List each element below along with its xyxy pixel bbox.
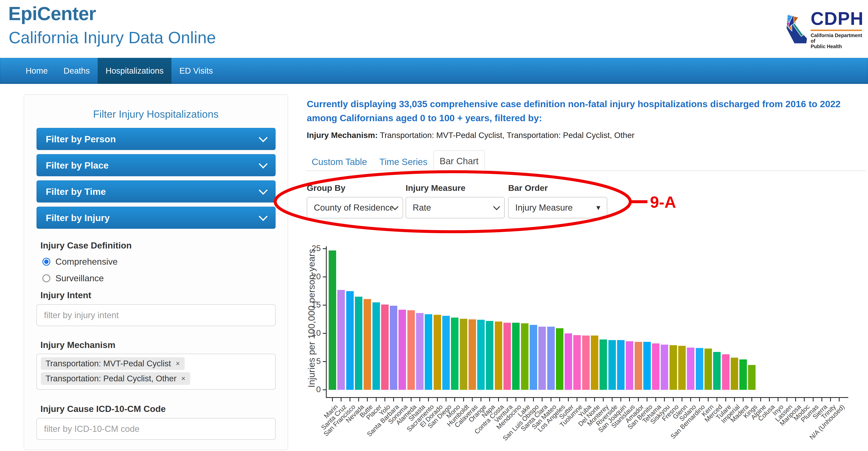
injury-intent-input[interactable] xyxy=(36,304,276,326)
x-tick-mark xyxy=(463,398,464,401)
logo-rule xyxy=(811,30,862,31)
x-tick-mark xyxy=(839,398,840,401)
y-tick-label: 20 xyxy=(299,272,321,281)
y-tick-label: 15 xyxy=(299,300,321,309)
x-tick-mark xyxy=(699,398,700,401)
accordion-filter-by-time[interactable]: Filter by Time xyxy=(36,180,276,203)
accordion-label: Filter by Person xyxy=(46,133,116,145)
x-tick-mark xyxy=(358,398,359,401)
remove-tag-icon[interactable]: × xyxy=(181,375,185,382)
x-tick-mark xyxy=(411,398,411,401)
x-tick-mark xyxy=(673,398,674,401)
radio-selected-icon[interactable] xyxy=(42,258,50,266)
nav-item-ed-visits[interactable]: ED Visits xyxy=(172,58,221,84)
y-tick-mark xyxy=(323,333,326,334)
chevron-down-icon xyxy=(259,212,268,221)
bar-yolo xyxy=(381,305,389,390)
bar-los-angeles xyxy=(556,328,563,390)
injury-measure-label: Injury Measure xyxy=(406,183,466,193)
bar-tuolumne xyxy=(573,335,581,390)
bar-solano xyxy=(687,348,694,390)
bar-san-diego xyxy=(442,316,450,390)
tab-custom-table[interactable]: Custom Table xyxy=(310,153,369,171)
bar-order-select[interactable]: Injury Measure▼ xyxy=(508,197,607,218)
chevron-down-icon xyxy=(259,186,268,194)
radio-unselected-icon[interactable] xyxy=(42,274,50,282)
x-tick-mark xyxy=(559,398,560,401)
accordion-filter-by-place[interactable]: Filter by Place xyxy=(36,154,276,176)
bar-butte xyxy=(364,299,371,390)
app-title: EpiCenter xyxy=(8,3,96,25)
nav-item-deaths[interactable]: Deaths xyxy=(56,58,98,84)
x-tick-mark xyxy=(507,398,507,401)
filter-tag-transportation-pedal-cyclist-other: Transportation: Pedal Cyclist, Other× xyxy=(41,372,190,385)
x-tick-mark xyxy=(454,398,455,401)
x-tick-mark xyxy=(716,398,717,401)
x-tick-mark xyxy=(734,398,735,401)
group-by-select[interactable]: County of Residence xyxy=(307,197,403,218)
x-tick-mark xyxy=(341,398,341,401)
bar-santa-barbara xyxy=(390,306,397,390)
nav-item-hospitalizations[interactable]: Hospitalizations xyxy=(98,58,172,84)
california-state-icon xyxy=(785,9,808,49)
bar-calaveras xyxy=(468,319,476,390)
injury-measure-select[interactable]: Rate xyxy=(406,197,505,218)
x-axis-spine xyxy=(326,397,848,398)
dropdown-triangle-icon: ▼ xyxy=(595,204,602,212)
x-tick-mark xyxy=(786,398,787,401)
x-tick-mark xyxy=(620,398,621,401)
x-tick-mark xyxy=(638,398,639,401)
radio-comprehensive[interactable]: Comprehensive xyxy=(42,257,118,267)
active-filter-line: Injury Mechanism: Transportation: MVT-Pe… xyxy=(307,131,857,140)
x-tick-mark xyxy=(629,398,630,401)
bar-contra-costa xyxy=(495,322,502,390)
nav-item-home[interactable]: Home xyxy=(18,58,56,84)
bar-san-joaquin xyxy=(617,340,625,390)
annotation-label: 9-A xyxy=(650,193,676,211)
active-filter-label: Injury Mechanism: xyxy=(307,131,378,140)
x-tick-mark xyxy=(682,398,682,401)
accordion-filter-by-injury[interactable]: Filter by Injury xyxy=(36,207,276,229)
bar-sutter xyxy=(565,333,572,390)
x-tick-mark xyxy=(472,398,473,401)
bar-riverside xyxy=(609,340,616,390)
accordion-label: Filter by Place xyxy=(46,160,109,171)
y-tick-label: 10 xyxy=(299,328,321,338)
accordion-label: Filter by Time xyxy=(46,186,106,197)
bar-san-luis-obispo xyxy=(530,325,537,390)
bar-sacramento xyxy=(425,314,432,390)
y-tick-mark xyxy=(323,276,326,277)
x-tick-mark xyxy=(795,398,796,401)
injury-mechanism-multiselect[interactable]: Transportation: MVT-Pedal Cyclist×Transp… xyxy=(36,354,276,390)
y-axis-spine xyxy=(326,246,327,398)
icd-code-input[interactable] xyxy=(36,418,276,440)
icd-code-label: Injury Cause ICD-10-CM Code xyxy=(40,404,166,414)
app-subtitle: California Injury Data Online xyxy=(9,28,216,47)
bar-glenn xyxy=(678,346,686,390)
tab-time-series[interactable]: Time Series xyxy=(377,153,430,171)
bar-lake xyxy=(521,323,528,390)
bar-imperial xyxy=(731,358,738,390)
bar-san-francisco xyxy=(346,291,354,390)
y-tick-mark xyxy=(323,389,326,390)
x-tick-mark xyxy=(743,398,744,401)
selected-value: Rate xyxy=(413,203,431,213)
bar-marin xyxy=(329,250,336,390)
group-by-label: Group By xyxy=(307,183,345,193)
accordion-filter-by-person[interactable]: Filter by Person xyxy=(36,128,276,150)
x-tick-mark xyxy=(446,398,446,401)
bar-sonoma xyxy=(399,310,406,390)
bar-del-norte xyxy=(591,335,598,390)
bar-santa-cruz xyxy=(337,290,345,390)
x-tick-mark xyxy=(533,398,534,401)
accordion-label: Filter by Injury xyxy=(46,212,110,223)
tab-bar-chart[interactable]: Bar Chart xyxy=(433,150,485,171)
remove-tag-icon[interactable]: × xyxy=(176,360,180,367)
x-tick-mark xyxy=(725,398,726,401)
bar-napa xyxy=(486,321,493,390)
bar-humboldt xyxy=(460,319,467,390)
bar-siskiyou xyxy=(661,344,668,390)
x-tick-mark xyxy=(480,398,482,401)
radio-surveillance[interactable]: Surveillance xyxy=(42,273,118,283)
bar-fresno xyxy=(670,345,677,390)
